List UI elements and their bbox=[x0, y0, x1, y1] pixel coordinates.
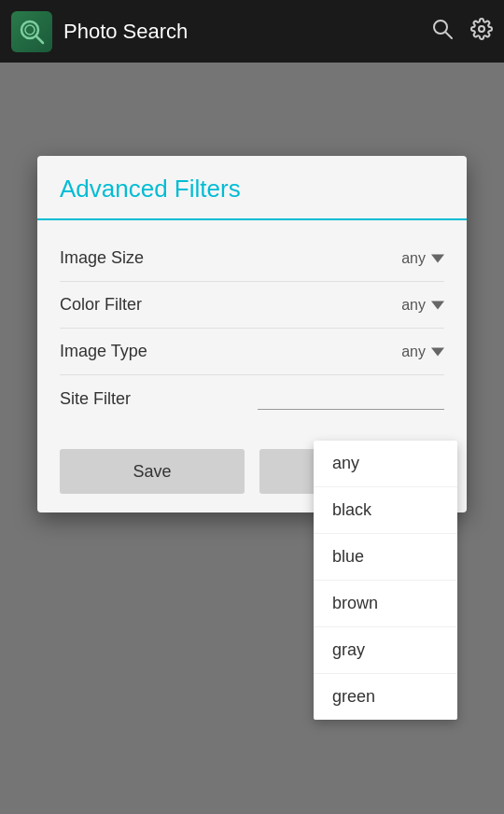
color-filter-dropdown: any black blue brown gray green bbox=[314, 441, 457, 720]
image-type-label: Image Type bbox=[60, 342, 147, 361]
svg-point-2 bbox=[25, 25, 35, 35]
dialog-header: Advanced Filters bbox=[37, 156, 467, 220]
svg-line-4 bbox=[446, 33, 452, 38]
image-size-select[interactable]: any bbox=[370, 250, 444, 267]
settings-icon[interactable] bbox=[470, 18, 493, 46]
image-type-select[interactable]: any bbox=[370, 344, 444, 360]
color-option-blue[interactable]: blue bbox=[314, 534, 457, 581]
image-type-row: Image Type any bbox=[60, 329, 444, 375]
color-filter-select[interactable]: any bbox=[370, 297, 444, 314]
image-size-arrow bbox=[431, 254, 444, 262]
color-option-gray[interactable]: gray bbox=[314, 627, 457, 674]
main-content: Advanced Filters Image Size any Color Fi… bbox=[0, 63, 504, 814]
app-bar-icons bbox=[431, 18, 493, 46]
color-option-green[interactable]: green bbox=[314, 674, 457, 720]
color-filter-arrow bbox=[431, 301, 444, 309]
color-option-brown[interactable]: brown bbox=[314, 581, 457, 627]
site-filter-label: Site Filter bbox=[60, 389, 131, 409]
dialog-body: Image Size any Color Filter any Image Ty… bbox=[37, 220, 467, 438]
image-size-label: Image Size bbox=[60, 248, 144, 268]
svg-line-1 bbox=[36, 36, 43, 43]
svg-point-5 bbox=[479, 26, 484, 32]
color-filter-label: Color Filter bbox=[60, 295, 142, 315]
color-filter-row: Color Filter any bbox=[60, 282, 444, 329]
search-icon[interactable] bbox=[431, 18, 454, 46]
app-bar: Photo Search bbox=[0, 0, 504, 63]
app-logo bbox=[11, 11, 52, 52]
site-filter-row: Site Filter bbox=[60, 375, 444, 423]
image-size-row: Image Size any bbox=[60, 235, 444, 282]
svg-point-3 bbox=[434, 21, 447, 34]
image-type-arrow bbox=[431, 347, 444, 356]
color-option-black[interactable]: black bbox=[314, 487, 457, 534]
save-button[interactable]: Save bbox=[60, 449, 245, 494]
site-filter-input[interactable] bbox=[258, 388, 444, 410]
color-option-any[interactable]: any bbox=[314, 441, 457, 487]
app-title: Photo Search bbox=[63, 20, 431, 44]
dialog-title: Advanced Filters bbox=[60, 175, 241, 203]
